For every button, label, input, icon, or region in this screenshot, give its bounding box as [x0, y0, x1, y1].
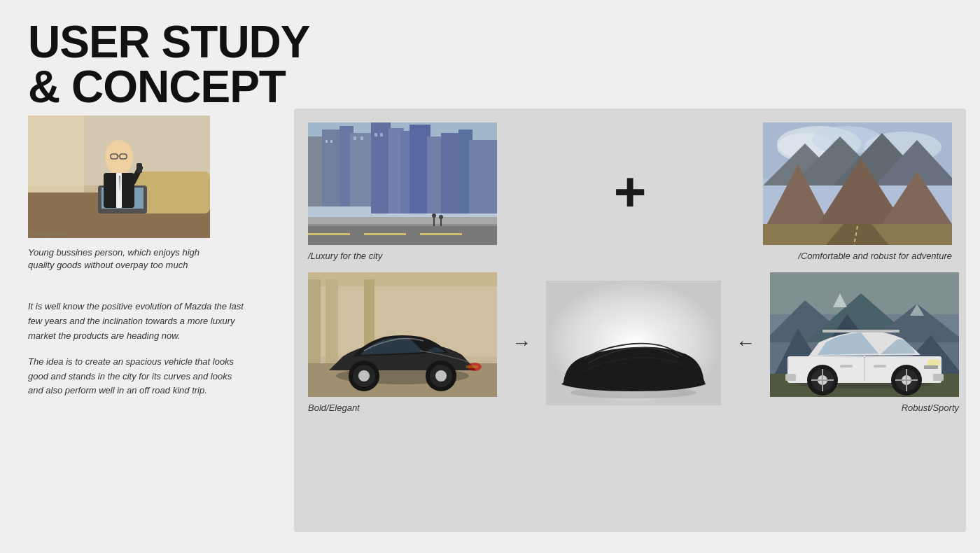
svg-point-46: [439, 215, 443, 219]
plus-symbol: +: [602, 164, 658, 220]
svg-rect-15: [136, 163, 142, 173]
svg-rect-99: [874, 365, 886, 368]
mountain-label: /Comfortable and robust for adventure: [763, 251, 952, 261]
svg-rect-38: [308, 217, 497, 224]
arrow-right: →: [511, 332, 532, 354]
svg-rect-32: [330, 140, 332, 143]
svg-rect-22: [350, 133, 374, 206]
svg-rect-42: [420, 233, 462, 235]
top-row: /Luxury for the city +: [308, 122, 952, 261]
svg-rect-98: [840, 365, 853, 368]
svg-point-44: [432, 214, 436, 218]
person-caption: Young bussines person, which enjoys high…: [28, 246, 210, 272]
city-image-container: /Luxury for the city: [308, 122, 497, 261]
svg-rect-40: [308, 233, 350, 235]
person-image: ©shutterstock: [28, 115, 210, 238]
description-block: It is well know the positive evolution o…: [28, 300, 245, 398]
car-image-container: Bold/Elegant: [308, 272, 497, 413]
right-panel: /Luxury for the city +: [294, 108, 966, 532]
svg-rect-30: [469, 140, 497, 214]
city-image: [308, 122, 497, 245]
bottom-row: Bold/Elegant →: [308, 272, 952, 413]
svg-rect-113: [933, 374, 944, 381]
svg-rect-31: [326, 140, 328, 143]
title-line1: USER STUDY: [28, 17, 310, 67]
suv-image: [770, 272, 959, 397]
svg-rect-66: [308, 279, 321, 363]
svg-rect-35: [374, 133, 377, 136]
svg-rect-67: [326, 279, 338, 363]
mountain-image: [763, 122, 952, 245]
svg-text:©shutterstock: ©shutterstock: [31, 231, 66, 237]
svg-rect-36: [380, 133, 383, 136]
page: USER STUDY & CONCEPT: [0, 0, 980, 553]
svg-rect-41: [364, 233, 406, 235]
suv-image-container: Robust/Sporty: [770, 272, 959, 413]
covered-car-image: [546, 281, 721, 405]
left-panel: ©shutterstock Young bussines person, whi…: [28, 115, 287, 398]
car-label: Bold/Elegant: [308, 402, 497, 413]
svg-rect-78: [465, 365, 478, 368]
title-line2: & CONCEPT: [28, 62, 286, 112]
description-p2: The idea is to create an spacious vehicl…: [28, 355, 245, 398]
car-image: [308, 272, 497, 397]
svg-rect-33: [354, 136, 356, 140]
svg-point-73: [358, 370, 370, 382]
svg-rect-111: [924, 365, 938, 369]
description-p1: It is well know the positive evolution o…: [28, 300, 245, 343]
svg-point-76: [435, 370, 447, 382]
svg-rect-12: [116, 173, 122, 208]
title-section: USER STUDY & CONCEPT: [28, 20, 310, 109]
svg-rect-39: [308, 226, 497, 245]
svg-point-7: [105, 140, 133, 175]
person-svg: ©shutterstock: [28, 115, 210, 238]
page-title: USER STUDY & CONCEPT: [28, 20, 310, 109]
city-label: /Luxury for the city: [308, 251, 497, 261]
mountain-image-container: /Comfortable and robust for adventure: [763, 122, 952, 261]
svg-rect-112: [785, 374, 796, 381]
svg-rect-110: [927, 360, 940, 365]
svg-rect-34: [360, 136, 363, 140]
svg-rect-2: [28, 115, 84, 200]
arrow-left: ←: [735, 332, 756, 354]
svg-rect-96: [822, 330, 899, 332]
suv-label: Robust/Sporty: [770, 402, 959, 413]
covered-car-container: [546, 281, 721, 405]
